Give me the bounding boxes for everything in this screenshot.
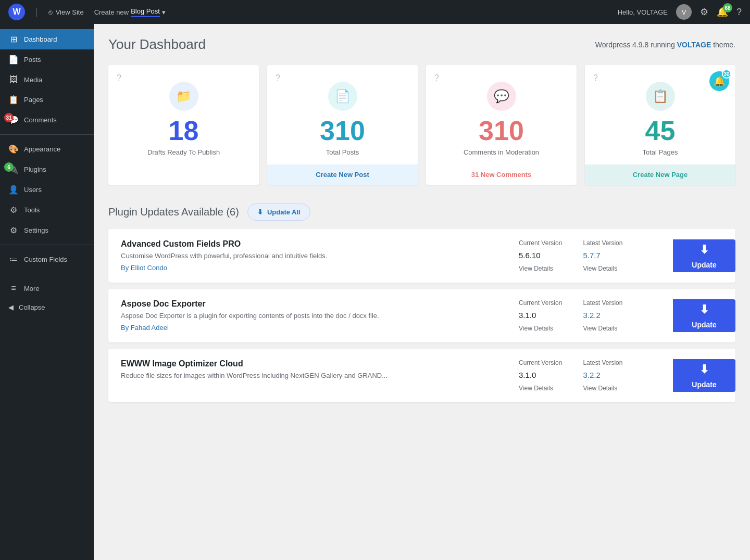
plugin-updates-title: Plugin Updates Available (6) xyxy=(108,206,239,218)
latest-version-value-0: 5.7.7 xyxy=(583,251,622,260)
sidebar-item-comments[interactable]: 31 💬 Comments xyxy=(0,110,94,130)
plugin-versions-1: Current Version 3.1.0 View Details Lates… xyxy=(506,299,673,332)
plugin-name-1: Aspose Doc Exporter xyxy=(121,299,494,309)
custom-fields-icon: ≔ xyxy=(8,254,19,264)
main-content: Your Dashboard Wordpress 4.9.8 running V… xyxy=(94,24,750,560)
comments-badge: 31 xyxy=(4,113,14,122)
sidebar-item-users[interactable]: 👤 Users xyxy=(0,180,94,200)
view-details-latest-2[interactable]: View Details xyxy=(583,385,622,392)
tools-icon: ⚙ xyxy=(8,205,19,215)
create-page-footer[interactable]: Create New Page xyxy=(585,164,735,185)
pages-icon-wrap: 📋 xyxy=(646,82,675,111)
sidebar-item-custom-fields[interactable]: ≔ Custom Fields xyxy=(0,249,94,270)
help-icon-drafts[interactable]: ? xyxy=(117,73,121,83)
sidebar-item-settings[interactable]: ⚙ Settings xyxy=(0,220,94,240)
pages-number: 45 xyxy=(595,117,725,144)
drafts-number: 18 xyxy=(119,117,248,144)
plugin-info-0: Advanced Custom Fields PRO Customise Wor… xyxy=(108,239,506,272)
view-details-current-1[interactable]: View Details xyxy=(519,325,562,332)
topbar: W | ⎋ View Site Create new Blog Post ▾ H… xyxy=(0,0,750,24)
dashboard-icon: ⊞ xyxy=(8,34,19,44)
avatar[interactable]: V xyxy=(676,4,692,20)
plugin-info-2: EWWW Image Optimizer Cloud Reduce file s… xyxy=(108,359,506,392)
dashboard-subtitle: Wordpress 4.9.8 running VOLTAGE theme. xyxy=(595,41,735,49)
current-version-group-1: Current Version 3.1.0 View Details xyxy=(519,299,562,332)
view-details-latest-1[interactable]: View Details xyxy=(583,325,622,332)
stat-card-comments: ? 💬 310 Comments in Moderation 31 New Co… xyxy=(426,65,577,185)
current-version-label-2: Current Version xyxy=(519,359,562,366)
posts-label: Total Posts xyxy=(278,148,407,156)
create-post-footer[interactable]: Create New Post xyxy=(267,164,418,185)
sidebar-divider-2 xyxy=(0,245,94,245)
plugin-author-0[interactable]: By Elliot Condo xyxy=(121,264,494,272)
pages-stat-icon: 📋 xyxy=(653,89,668,104)
blog-post-link[interactable]: Blog Post xyxy=(131,7,160,17)
layout: ⊞ Dashboard 📄 Posts 🖼 Media 📋 Pages 31 💬… xyxy=(0,24,750,560)
wordpress-logo[interactable]: W xyxy=(8,4,25,20)
users-icon: 👤 xyxy=(8,185,19,195)
plugin-versions-0: Current Version 5.6.10 View Details Late… xyxy=(506,239,673,272)
sidebar-item-pages[interactable]: 📋 Pages xyxy=(0,90,94,110)
update-button-2[interactable]: ⬇ Update xyxy=(673,359,735,392)
posts-icon: 📄 xyxy=(8,55,19,65)
help-icon-posts[interactable]: ? xyxy=(276,73,280,83)
view-details-current-2[interactable]: View Details xyxy=(519,385,562,392)
sidebar-item-appearance[interactable]: 🎨 Appearance xyxy=(0,139,94,159)
current-version-label-0: Current Version xyxy=(519,239,562,247)
sidebar-collapse-button[interactable]: ◀ Collapse xyxy=(0,298,94,316)
view-details-current-0[interactable]: View Details xyxy=(519,265,562,272)
media-icon: 🖼 xyxy=(8,75,19,84)
sidebar-item-media[interactable]: 🖼 Media xyxy=(0,70,94,90)
latest-version-label-1: Latest Version xyxy=(583,299,622,307)
plugin-author-1[interactable]: By Fahad Adeel xyxy=(121,324,494,332)
plugin-versions-2: Current Version 3.1.0 View Details Lates… xyxy=(506,359,673,392)
sidebar-item-posts[interactable]: 📄 Posts xyxy=(0,49,94,70)
latest-version-group-0: Latest Version 5.7.7 View Details xyxy=(583,239,622,272)
notifications-icon[interactable]: 🔔 68 xyxy=(717,6,728,18)
plugin-card-0: Advanced Custom Fields PRO Customise Wor… xyxy=(108,229,735,283)
sidebar-divider-3 xyxy=(0,274,94,274)
download-icon-1: ⬇ xyxy=(699,303,709,316)
drafts-icon-wrap: 📁 xyxy=(169,82,198,111)
view-site-link[interactable]: ⎋ View Site xyxy=(48,8,84,16)
sidebar-item-plugins[interactable]: 6 🔌 Plugins xyxy=(0,159,94,180)
sidebar-item-more[interactable]: ≡ More xyxy=(0,278,94,298)
view-details-latest-0[interactable]: View Details xyxy=(583,265,622,272)
posts-stat-icon: 📄 xyxy=(335,89,351,104)
dropdown-icon[interactable]: ▾ xyxy=(162,8,166,16)
dashboard-header: Your Dashboard Wordpress 4.9.8 running V… xyxy=(108,36,735,53)
stat-card-drafts: ? 📁 18 Drafts Ready To Publish xyxy=(108,65,259,185)
new-comments-footer[interactable]: 31 New Comments xyxy=(426,164,577,185)
download-icon-2: ⬇ xyxy=(699,363,709,376)
current-version-value-1: 3.1.0 xyxy=(519,311,562,320)
update-all-button[interactable]: ⬇ Update All xyxy=(247,203,310,221)
sidebar-item-tools[interactable]: ⚙ Tools xyxy=(0,200,94,220)
appearance-icon: 🎨 xyxy=(8,144,19,154)
current-version-group-2: Current Version 3.1.0 View Details xyxy=(519,359,562,392)
plugin-card-1: Aspose Doc Exporter Aspose Doc Exporter … xyxy=(108,289,735,342)
drafts-label: Drafts Ready To Publish xyxy=(119,148,248,156)
sidebar-item-dashboard[interactable]: ⊞ Dashboard xyxy=(0,29,94,49)
download-icon-0: ⬇ xyxy=(699,243,709,257)
update-button-1[interactable]: ⬇ Update xyxy=(673,299,735,332)
sidebar: ⊞ Dashboard 📄 Posts 🖼 Media 📋 Pages 31 💬… xyxy=(0,24,94,560)
drafts-icon: 📁 xyxy=(176,89,192,104)
posts-number: 310 xyxy=(278,117,407,144)
plugin-name-0: Advanced Custom Fields PRO xyxy=(121,239,494,249)
update-button-0[interactable]: ⬇ Update xyxy=(673,239,735,272)
topbar-right: Hello, VOLTAGE V ⚙ 🔔 68 ? xyxy=(618,4,742,20)
help-icon-comments[interactable]: ? xyxy=(434,73,439,83)
help-icon-pages[interactable]: ? xyxy=(593,73,598,83)
latest-version-label-0: Latest Version xyxy=(583,239,622,247)
bell-count-badge: 30 xyxy=(722,69,731,79)
pages-icon: 📋 xyxy=(8,95,19,105)
plugin-desc-0: Customise WordPress with powerful, profe… xyxy=(121,252,494,260)
current-version-label-1: Current Version xyxy=(519,299,562,307)
stat-card-posts: ? 📄 310 Total Posts Create New Post xyxy=(267,65,418,185)
settings-icon[interactable]: ⚙ xyxy=(700,6,708,18)
latest-version-label-2: Latest Version xyxy=(583,359,622,366)
current-version-value-0: 5.6.10 xyxy=(519,251,562,260)
help-icon[interactable]: ? xyxy=(736,7,742,18)
latest-version-value-1: 3.2.2 xyxy=(583,311,622,320)
stats-grid: ? 📁 18 Drafts Ready To Publish ? 📄 310 T… xyxy=(108,65,735,185)
